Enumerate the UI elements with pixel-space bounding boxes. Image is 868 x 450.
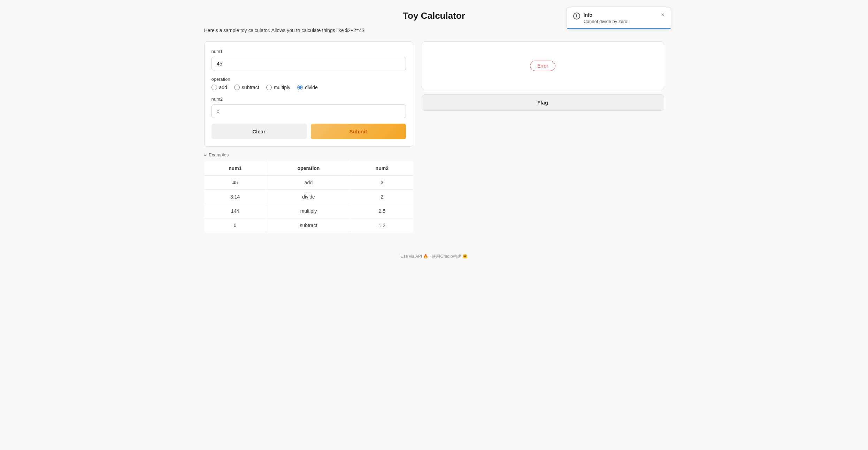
radio-subtract[interactable]: subtract [234, 85, 259, 90]
footer-built-text: · 使用Gradio构建 🤗 [430, 254, 468, 259]
radio-group: add subtract multiply divide [212, 85, 406, 90]
num2-input[interactable] [212, 104, 406, 118]
radio-add[interactable]: add [212, 85, 227, 90]
radio-add-label: add [219, 85, 227, 90]
submit-button[interactable]: Submit [311, 124, 406, 139]
output-card: Error [422, 41, 664, 90]
clear-button[interactable]: Clear [212, 124, 307, 139]
examples-icon: ≡ [204, 152, 207, 157]
num2-label: num2 [212, 96, 406, 102]
examples-header: ≡ Examples [204, 152, 413, 157]
footer: Use via API 🔥 · 使用Gradio构建 🤗 [204, 254, 664, 259]
table-row[interactable]: 144multiply2.5 [204, 204, 413, 218]
num1-input[interactable] [212, 57, 406, 70]
radio-divide[interactable]: divide [297, 85, 318, 90]
radio-input-divide[interactable] [297, 85, 303, 90]
error-badge: Error [530, 61, 555, 71]
cell-num1: 0 [204, 218, 266, 233]
button-row: Clear Submit [212, 124, 406, 139]
radio-input-add[interactable] [212, 85, 217, 90]
left-panel: num1 operation add subtract [204, 41, 413, 233]
radio-divide-label: divide [305, 85, 318, 90]
cell-num1: 144 [204, 204, 266, 218]
toast-content: Info Cannot divide by zero! [584, 12, 658, 24]
col-header-operation: operation [266, 161, 351, 176]
cell-operation: multiply [266, 204, 351, 218]
toast-title: Info [584, 12, 658, 18]
operation-label: operation [212, 77, 406, 82]
radio-multiply-label: multiply [274, 85, 290, 90]
flag-bar[interactable]: Flag [422, 94, 664, 111]
table-row[interactable]: 3.14divide2 [204, 190, 413, 204]
table-header-row: num1 operation num2 [204, 161, 413, 176]
cell-num1: 3.14 [204, 190, 266, 204]
radio-subtract-label: subtract [242, 85, 259, 90]
radio-input-subtract[interactable] [234, 85, 240, 90]
examples-label: Examples [209, 152, 229, 157]
footer-api-text[interactable]: Use via API [400, 254, 422, 259]
main-layout: num1 operation add subtract [204, 41, 664, 233]
toast-message: Cannot divide by zero! [584, 19, 658, 24]
col-header-num1: num1 [204, 161, 266, 176]
operation-section: operation add subtract multiply [212, 77, 406, 90]
toast-close-button[interactable]: × [661, 12, 664, 18]
radio-multiply[interactable]: multiply [266, 85, 290, 90]
examples-section: ≡ Examples num1 operation num2 45add33.1… [204, 152, 413, 233]
num1-label: num1 [212, 49, 406, 54]
examples-table: num1 operation num2 45add33.14divide2144… [204, 161, 413, 233]
col-header-num2: num2 [351, 161, 413, 176]
right-panel: Error Flag [422, 41, 664, 111]
form-card: num1 operation add subtract [204, 41, 413, 147]
info-toast: i Info Cannot divide by zero! × [567, 7, 671, 29]
cell-num2: 2.5 [351, 204, 413, 218]
table-row[interactable]: 45add3 [204, 176, 413, 190]
radio-input-multiply[interactable] [266, 85, 272, 90]
info-icon: i [573, 13, 580, 20]
cell-num2: 3 [351, 176, 413, 190]
cell-num1: 45 [204, 176, 266, 190]
cell-num2: 2 [351, 190, 413, 204]
cell-operation: add [266, 176, 351, 190]
cell-operation: subtract [266, 218, 351, 233]
cell-num2: 1.2 [351, 218, 413, 233]
cell-operation: divide [266, 190, 351, 204]
table-row[interactable]: 0subtract1.2 [204, 218, 413, 233]
